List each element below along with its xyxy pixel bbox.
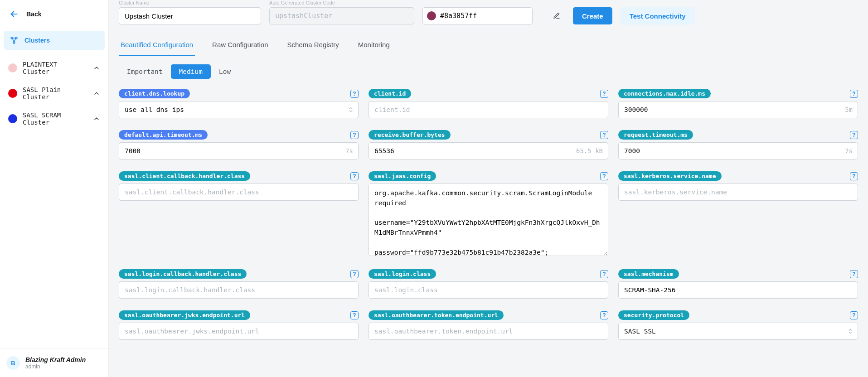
level-tab-important[interactable]: Important <box>119 64 171 79</box>
config-select[interactable] <box>618 323 858 340</box>
config-cell: sasl.jaas.config? <box>369 171 608 257</box>
help-icon[interactable]: ? <box>600 311 608 319</box>
config-key-chip: sasl.oauthbearer.token.endpoint.url <box>369 310 504 320</box>
chevron-up-icon <box>93 115 100 122</box>
color-swatch <box>427 11 436 20</box>
config-input[interactable] <box>618 142 858 160</box>
config-cell: security.protocol? <box>618 310 858 340</box>
help-icon[interactable]: ? <box>850 172 858 180</box>
level-tab-medium[interactable]: Medium <box>171 64 211 79</box>
tab-raw-configuration[interactable]: Raw Configuration <box>210 35 270 56</box>
level-tab-low[interactable]: Low <box>211 64 239 79</box>
config-input[interactable] <box>119 281 359 299</box>
config-header: sasl.mechanism? <box>618 269 858 279</box>
config-cell: sasl.kerberos.service.name? <box>618 171 858 257</box>
config-input[interactable] <box>618 101 858 118</box>
cluster-color-dot <box>8 63 17 72</box>
config-cell: sasl.oauthbearer.token.endpoint.url? <box>369 310 608 340</box>
cluster-row[interactable]: PLAINTEXT Cluster <box>4 55 105 81</box>
help-icon[interactable]: ? <box>600 131 608 139</box>
level-tabs: ImportantMediumLow <box>119 64 858 79</box>
help-icon[interactable]: ? <box>600 172 608 180</box>
config-key-chip: sasl.login.callback.handler.class <box>119 269 247 279</box>
config-cell: sasl.login.callback.handler.class? <box>119 269 359 299</box>
config-input-wrap <box>369 101 608 118</box>
cluster-row[interactable]: SASL SCRAM Cluster <box>4 106 105 131</box>
user-sub: admin <box>25 363 86 370</box>
config-input-wrap <box>119 323 359 340</box>
help-icon[interactable]: ? <box>850 270 858 278</box>
config-cell: sasl.client.callback.handler.class? <box>119 171 359 257</box>
config-input[interactable] <box>369 142 608 160</box>
config-header: sasl.login.class? <box>369 269 608 279</box>
sidebar-item-label: Clusters <box>24 37 50 44</box>
config-key-chip: sasl.oauthbearer.jwks.endpoint.url <box>119 310 250 320</box>
config-input[interactable] <box>369 101 608 118</box>
config-input[interactable] <box>119 142 359 160</box>
config-header: sasl.client.callback.handler.class? <box>119 171 359 181</box>
config-key-chip: client.id <box>369 89 411 98</box>
config-key-chip: security.protocol <box>618 310 689 320</box>
pencil-icon[interactable] <box>553 12 560 19</box>
help-icon[interactable]: ? <box>600 90 608 98</box>
back-label: Back <box>26 10 41 18</box>
config-input[interactable] <box>369 281 608 299</box>
config-header: request.timeout.ms? <box>618 130 858 140</box>
help-icon[interactable]: ? <box>350 311 359 319</box>
config-cell: request.timeout.ms?7s <box>618 130 858 160</box>
config-input[interactable] <box>369 323 608 340</box>
config-input[interactable] <box>119 184 359 201</box>
help-icon[interactable]: ? <box>350 270 359 278</box>
help-icon[interactable]: ? <box>350 131 359 139</box>
arrow-left-icon <box>8 8 20 20</box>
user-footer[interactable]: B Blazing Kraft Admin admin <box>0 348 108 377</box>
config-input[interactable] <box>618 281 858 299</box>
config-input[interactable] <box>618 184 858 201</box>
sidebar-item-clusters[interactable]: Clusters <box>4 31 105 50</box>
config-key-chip: client.dns.lookup <box>119 89 190 98</box>
config-select[interactable] <box>119 101 359 118</box>
config-input-wrap <box>369 281 608 299</box>
help-icon[interactable]: ? <box>350 90 359 98</box>
config-header: client.dns.lookup? <box>119 89 359 98</box>
config-input[interactable] <box>119 323 359 340</box>
cluster-row[interactable]: SASL Plain Cluster <box>4 81 105 106</box>
config-key-chip: connections.max.idle.ms <box>618 89 711 98</box>
help-icon[interactable]: ? <box>350 172 359 180</box>
chevron-up-icon <box>93 64 100 72</box>
config-key-chip: sasl.client.callback.handler.class <box>119 171 250 181</box>
color-input[interactable] <box>422 7 533 24</box>
help-icon[interactable]: ? <box>850 311 858 319</box>
config-input-wrap <box>618 184 858 201</box>
config-input-wrap <box>119 101 359 118</box>
test-connectivity-button[interactable]: Test Connectivity <box>621 7 695 24</box>
config-input-wrap <box>618 281 858 299</box>
cluster-code-input <box>269 7 414 24</box>
tab-beautified-configuration[interactable]: Beautified Configuration <box>119 35 195 56</box>
back-button[interactable]: Back <box>0 4 108 24</box>
cluster-name-label: Cluster Name <box>119 0 261 5</box>
config-header: connections.max.idle.ms? <box>618 89 858 98</box>
help-icon[interactable]: ? <box>850 90 858 98</box>
tab-schema-registry[interactable]: Schema Registry <box>286 35 341 56</box>
config-key-chip: receive.buffer.bytes <box>369 130 451 140</box>
config-input-wrap <box>119 281 359 299</box>
config-cell: sasl.login.class? <box>369 269 608 299</box>
config-header: security.protocol? <box>618 310 858 320</box>
config-input-wrap <box>369 323 608 340</box>
tab-monitoring[interactable]: Monitoring <box>356 35 392 56</box>
config-textarea[interactable] <box>369 184 608 256</box>
cluster-code-label: Auto Generated Cluster Code <box>269 0 414 5</box>
config-key-chip: sasl.login.class <box>369 269 436 279</box>
header-row: Cluster Name Auto Generated Cluster Code… <box>119 0 858 24</box>
config-input-wrap: 5m <box>618 101 858 118</box>
config-header: sasl.oauthbearer.jwks.endpoint.url? <box>119 310 359 320</box>
help-icon[interactable]: ? <box>850 131 858 139</box>
create-button[interactable]: Create <box>573 7 612 24</box>
cluster-name-input[interactable] <box>119 7 261 24</box>
config-key-chip: request.timeout.ms <box>618 130 693 140</box>
help-icon[interactable]: ? <box>600 270 608 278</box>
config-input-wrap <box>119 184 359 201</box>
config-header: sasl.jaas.config? <box>369 171 608 181</box>
config-key-chip: sasl.kerberos.service.name <box>618 171 722 181</box>
